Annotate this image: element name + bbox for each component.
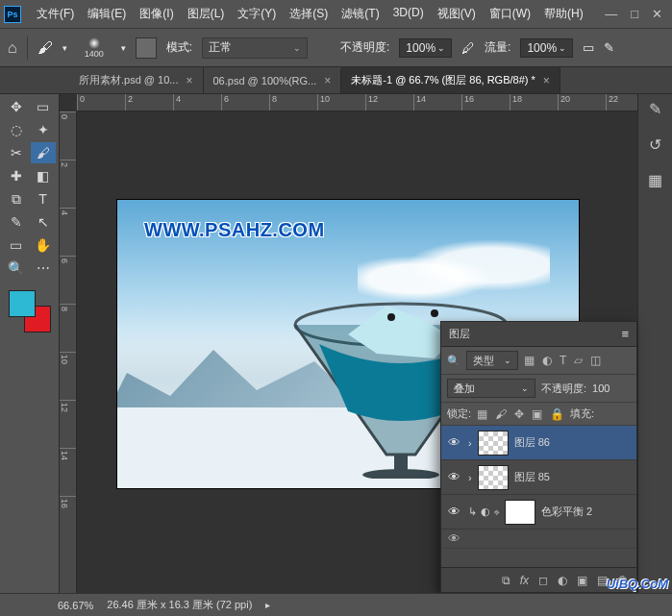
layer-name[interactable]: 图层 86 [514, 435, 550, 450]
group-icon[interactable]: ▣ [577, 574, 587, 587]
filter-pixel-icon[interactable]: ▦ [524, 354, 535, 367]
vertical-ruler[interactable]: 0246810121416 [60, 111, 77, 593]
brush-tool-icon[interactable]: 🖌 [37, 39, 53, 57]
lock-brush-icon[interactable]: 🖌 [495, 407, 507, 421]
doc-tab-1[interactable]: 所用素材.psd @ 10... × [69, 67, 204, 93]
edit-toolbar-icon[interactable]: ✎ [649, 100, 661, 118]
layer-thumb[interactable] [478, 431, 509, 456]
doc-tab-2[interactable]: 06.psd @ 100%(RG... × [204, 68, 342, 93]
close-icon[interactable]: × [324, 74, 331, 87]
type-tool[interactable]: T [31, 188, 56, 209]
tools-panel: ✥▭ ◌✦ ✂🖌 ✚◧ ⧉T ✎↖ ▭✋ 🔍⋯ [0, 94, 60, 593]
menu-help[interactable]: 帮助(H) [538, 2, 589, 26]
menu-window[interactable]: 窗口(W) [484, 2, 536, 26]
marquee-tool[interactable]: ▭ [31, 96, 56, 117]
mask-icon[interactable]: ◻ [538, 574, 548, 587]
chevron-down-icon[interactable]: ▾ [121, 43, 126, 53]
adjustment-icon[interactable]: ◐ [481, 505, 490, 518]
shape-tool[interactable]: ▭ [4, 234, 29, 256]
flow-value[interactable]: 100%⌄ [520, 38, 573, 58]
layer-row-partial[interactable]: 👁 [441, 530, 636, 549]
menu-filter[interactable]: 滤镜(T) [336, 2, 385, 26]
lock-all-icon[interactable]: 🔒 [550, 407, 564, 421]
menu-file[interactable]: 文件(F) [31, 2, 80, 26]
panel-menu-icon[interactable]: ≡ [621, 327, 629, 341]
filter-shape-icon[interactable]: ▱ [574, 354, 583, 367]
swatches-icon[interactable]: ▦ [648, 171, 662, 189]
lock-artboard-icon[interactable]: ▣ [532, 407, 542, 421]
visibility-toggle[interactable]: 👁 [445, 435, 462, 450]
layer-style-icon[interactable]: fx [520, 574, 529, 587]
visibility-toggle[interactable]: 👁 [445, 470, 462, 484]
visibility-toggle[interactable]: 👁 [445, 505, 462, 519]
history-icon[interactable]: ↺ [649, 136, 661, 154]
brush-preset-picker[interactable]: 1400 [77, 33, 112, 63]
doc-tab-3-active[interactable]: 未标题-1 @ 66.7% (图层 86, RGB/8#) * × [341, 67, 560, 93]
menu-3d[interactable]: 3D(D) [387, 2, 430, 26]
home-button[interactable]: ⌂ [8, 39, 17, 57]
layer-blend-dropdown[interactable]: 叠加⌄ [447, 379, 535, 398]
layer-list[interactable]: 👁 › 图层 86 👁 › 图层 85 👁 ↳ ◐ ⎆ 色彩平衡 2 👁 [441, 426, 636, 567]
doc-dimensions[interactable]: 26.46 厘米 x 16.3 厘米 (72 ppi) [107, 598, 252, 612]
layer-opacity-value[interactable]: 100 [592, 382, 610, 394]
opacity-value[interactable]: 100%⌄ [399, 38, 452, 58]
extra-tool[interactable]: ⋯ [31, 258, 56, 279]
zoom-tool[interactable]: 🔍 [4, 258, 29, 279]
visibility-toggle[interactable]: 👁 [445, 531, 462, 546]
pressure-opacity-icon[interactable]: 🖊 [461, 40, 475, 56]
quick-select-tool[interactable]: ✦ [31, 119, 56, 140]
filter-adjust-icon[interactable]: ◐ [542, 354, 552, 367]
lock-pixels-icon[interactable]: ▦ [477, 407, 487, 421]
chevron-right-icon[interactable]: ▸ [265, 600, 270, 610]
close-button[interactable]: ✕ [652, 7, 662, 21]
crop-tool[interactable]: ✂ [4, 142, 29, 163]
menu-layer[interactable]: 图层(L) [182, 2, 231, 26]
close-icon[interactable]: × [543, 74, 550, 87]
mask-thumb[interactable] [505, 500, 535, 525]
filter-smart-icon[interactable]: ◫ [590, 354, 601, 367]
layer-row[interactable]: 👁 › 图层 85 [441, 460, 636, 495]
filter-type-icon[interactable]: T [560, 354, 566, 367]
clone-tool[interactable]: ⧉ [4, 188, 29, 209]
airbrush-icon[interactable]: ▭ [583, 40, 594, 55]
layer-row[interactable]: 👁 › 图层 86 [441, 426, 636, 460]
close-icon[interactable]: × [186, 74, 192, 87]
zoom-level[interactable]: 66.67% [58, 600, 93, 611]
maximize-button[interactable]: □ [631, 7, 638, 21]
lock-row: 锁定: ▦ 🖌 ✥ ▣ 🔒 填充: [441, 403, 636, 426]
expand-icon[interactable]: › [468, 437, 472, 449]
adjustment-layer-icon[interactable]: ◐ [558, 574, 567, 587]
link-layers-icon[interactable]: ⧉ [502, 574, 510, 587]
chevron-down-icon[interactable]: ▾ [62, 43, 67, 53]
pressure-size-icon[interactable]: ✎ [604, 40, 614, 55]
eraser-tool[interactable]: ◧ [31, 165, 56, 186]
menu-type[interactable]: 文字(Y) [232, 2, 282, 26]
lock-position-icon[interactable]: ✥ [514, 407, 524, 421]
healing-tool[interactable]: ✚ [4, 165, 29, 186]
horizontal-ruler[interactable]: 024681012141618202224 [77, 94, 637, 111]
layer-name[interactable]: 图层 85 [514, 470, 550, 484]
pen-tool[interactable]: ✎ [4, 211, 29, 233]
foreground-swatch[interactable] [9, 290, 36, 317]
blend-mode-dropdown[interactable]: 正常 ⌄ [202, 37, 308, 59]
expand-icon[interactable]: › [468, 472, 472, 483]
path-select-tool[interactable]: ↖ [31, 211, 56, 233]
brush-tool[interactable]: 🖌 [31, 142, 56, 163]
layer-thumb[interactable] [478, 465, 509, 490]
color-swatches[interactable] [9, 290, 51, 333]
layer-name[interactable]: 色彩平衡 2 [541, 505, 592, 519]
menu-image[interactable]: 图像(I) [134, 2, 179, 26]
menu-edit[interactable]: 编辑(E) [82, 2, 132, 26]
hand-tool[interactable]: ✋ [31, 234, 56, 256]
minimize-button[interactable]: — [605, 7, 617, 21]
lasso-tool[interactable]: ◌ [4, 119, 29, 140]
filter-kind-dropdown[interactable]: 类型⌄ [466, 351, 518, 370]
search-icon[interactable]: 🔍 [447, 355, 460, 367]
panel-header[interactable]: 图层 ≡ [441, 322, 636, 347]
status-bar: 66.67% 26.46 厘米 x 16.3 厘米 (72 ppi) ▸ [0, 593, 672, 616]
brush-panel-toggle[interactable] [136, 37, 157, 59]
layer-row[interactable]: 👁 ↳ ◐ ⎆ 色彩平衡 2 [441, 495, 636, 530]
menu-view[interactable]: 视图(V) [432, 2, 482, 26]
move-tool[interactable]: ✥ [4, 96, 29, 117]
menu-select[interactable]: 选择(S) [284, 2, 334, 26]
